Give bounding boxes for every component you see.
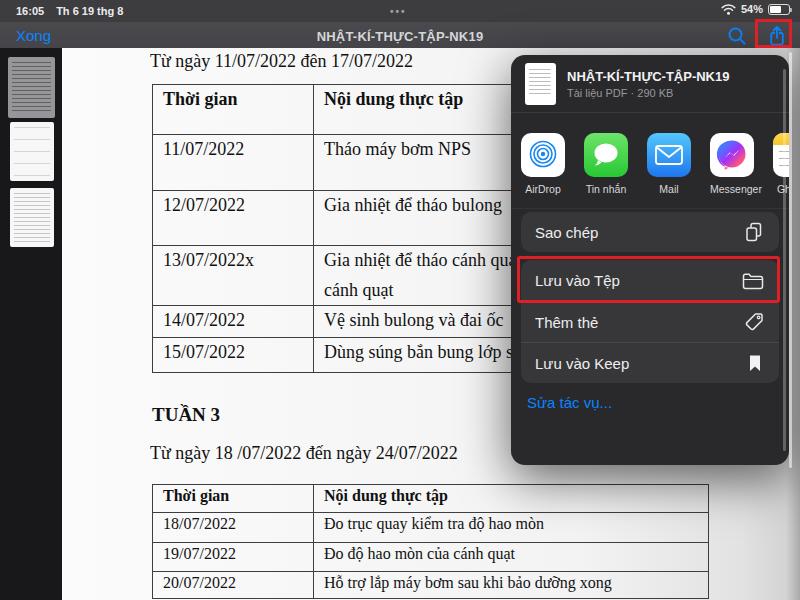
add-tags-label: Thêm thẻ [535, 314, 598, 331]
page-edge-highlight [789, 52, 792, 468]
week3-table: Thời gian Nội dung thực tập 18/07/2022 Đ… [152, 484, 709, 599]
table-row: 18/07/2022 Đo trục quay kiểm tra độ hao … [153, 513, 709, 543]
battery-icon [768, 4, 790, 15]
airdrop-app[interactable]: AirDrop [521, 133, 565, 195]
app-label: Mail [647, 183, 691, 195]
messenger-icon [710, 133, 754, 177]
save-to-keep-action[interactable]: Lưu vào Keep [521, 342, 779, 383]
share-file-title: NHẬT-KÍ-THỰC-TẬP-NK19 [567, 69, 729, 84]
date-cell: 14/07/2022 [153, 306, 314, 338]
wifi-icon [721, 4, 736, 15]
app-label: Tin nhắn [584, 183, 628, 195]
copy-group: Sao chép [521, 212, 779, 252]
date-cell: 19/07/2022 [153, 543, 314, 572]
share-sheet-scrollbar[interactable] [783, 69, 786, 451]
messenger-app[interactable]: Messenger [710, 133, 754, 195]
date-cell: 18/07/2022 [153, 513, 314, 543]
thumbnail-content [12, 62, 51, 113]
week3-date-range: Từ ngày 18 /07/2022 đến ngày 24/07/2022 [150, 443, 458, 464]
airdrop-icon [521, 133, 565, 177]
content-cell: Hỗ trợ lắp máy bơm sau khi bảo dưỡng xon… [314, 572, 709, 599]
app-label: AirDrop [521, 183, 565, 195]
notes-app[interactable]: Ghi chú [773, 133, 789, 195]
mail-app[interactable]: Mail [647, 133, 691, 195]
header-cell: Thời gian [153, 85, 314, 135]
thumbnail-content [14, 127, 50, 176]
page-thumbnail-sidebar [0, 48, 62, 600]
document-title: NHẬT-KÍ-THỰC-TẬP-NK19 [0, 29, 800, 44]
save-to-keep-label: Lưu vào Keep [535, 355, 629, 372]
mail-icon [647, 133, 691, 177]
app-label: Messenger [710, 183, 754, 195]
messages-icon [584, 133, 628, 177]
share-sheet: NHẬT-KÍ-THỰC-TẬP-NK19 Tài liệu PDF · 290… [511, 55, 789, 465]
content-cell: Đo trục quay kiểm tra độ hao mòn [314, 513, 709, 543]
share-button-annotation-box [755, 19, 792, 48]
share-apps-row: AirDrop Tin nhắn Mail [511, 113, 789, 209]
app-label: Ghi chú [773, 183, 789, 195]
bookmark-icon [745, 353, 765, 373]
table-row: 20/07/2022 Hỗ trợ lắp máy bơm sau khi bả… [153, 572, 709, 599]
status-date: Th 6 19 thg 8 [56, 5, 123, 17]
share-sheet-header: NHẬT-KÍ-THỰC-TẬP-NK19 Tài liệu PDF · 290… [511, 55, 789, 113]
save-to-files-annotation-box [517, 256, 780, 303]
header-cell: Nội dung thực tập [314, 485, 709, 513]
copy-action[interactable]: Sao chép [521, 212, 779, 252]
copy-icon [743, 221, 765, 243]
add-tags-action[interactable]: Thêm thẻ [521, 301, 779, 342]
status-bar: 16:05 Th 6 19 thg 8 ••• 54% [0, 0, 800, 22]
notes-icon [773, 133, 789, 177]
thumbnail-content [14, 193, 50, 242]
messages-app[interactable]: Tin nhắn [584, 133, 628, 195]
edit-actions-button[interactable]: Sửa tác vụ... [527, 394, 612, 411]
battery-percent: 54% [741, 3, 763, 15]
page-thumbnail-2[interactable] [10, 122, 54, 181]
search-icon[interactable] [726, 25, 748, 47]
content-cell: Đo độ hao mòn của cánh quạt [314, 543, 709, 572]
date-cell: 13/07/2022x [153, 246, 314, 306]
date-cell: 11/07/2022 [153, 135, 314, 191]
week3-heading: TUẦN 3 [152, 404, 220, 426]
date-cell: 12/07/2022 [153, 191, 314, 246]
table-row: 19/07/2022 Đo độ hao mòn của cánh quạt [153, 543, 709, 572]
page-thumbnail-3[interactable] [10, 188, 54, 247]
header-cell: Thời gian [153, 485, 314, 513]
week2-date-range: Từ ngày 11/07/2022 đên 17/07/2022 [150, 51, 413, 72]
pdf-thumbnail-icon [525, 63, 556, 105]
share-file-meta: Tài liệu PDF · 290 KB [567, 87, 729, 99]
tag-icon [743, 311, 765, 333]
table-header-row: Thời gian Nội dung thực tập [153, 485, 709, 513]
page-thumbnail-1-selected[interactable] [8, 57, 55, 118]
date-cell: 15/07/2022 [153, 338, 314, 373]
date-cell: 20/07/2022 [153, 572, 314, 599]
ipad-screen: 16:05 Th 6 19 thg 8 ••• 54% Xong NHẬT-KÍ… [0, 0, 800, 600]
clock: 16:05 [16, 5, 44, 17]
nav-bar: Xong NHẬT-KÍ-THỰC-TẬP-NK19 [0, 22, 800, 48]
multitasking-dots-icon: ••• [390, 6, 407, 17]
copy-label: Sao chép [535, 224, 598, 241]
